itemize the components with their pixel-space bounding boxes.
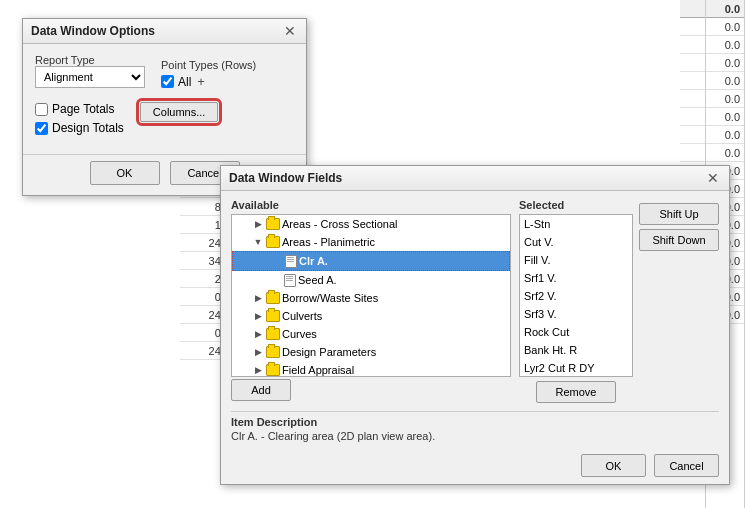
tree-text-curves: Curves xyxy=(282,326,317,342)
folder-icon-areas-cross xyxy=(266,218,280,230)
tree-item-clr-a[interactable]: Clr A. xyxy=(232,251,510,271)
sel-item-bankht[interactable]: Bank Ht. R xyxy=(520,341,632,359)
toggle-curves[interactable]: ▶ xyxy=(252,328,264,340)
dwo-middle-row: Page Totals Design Totals Columns... xyxy=(35,102,294,140)
shift-up-button[interactable]: Shift Up xyxy=(639,203,719,225)
selected-col: Selected L-Stn Cut V. Fill V. Srf1 V. Sr… xyxy=(519,199,633,403)
item-desc-label: Item Description xyxy=(231,416,719,428)
report-type-label: Report Type xyxy=(35,54,145,66)
dwo-ok-button[interactable]: OK xyxy=(90,161,160,185)
folder-icon-culverts xyxy=(266,310,280,322)
dwf-main: Available ▶ Areas - Cross Sectional ▼ xyxy=(231,199,719,403)
shift-down-button[interactable]: Shift Down xyxy=(639,229,719,251)
point-types-section: Point Types (Rows) All + xyxy=(161,59,256,89)
sel-item-srf3v[interactable]: Srf3 V. xyxy=(520,305,632,323)
tree-item-seed-a[interactable]: Seed A. xyxy=(232,271,510,289)
tree-text-areas-plan: Areas - Planimetric xyxy=(282,234,375,250)
sel-item-cutv[interactable]: Cut V. xyxy=(520,233,632,251)
dwo-title: Data Window Options xyxy=(31,24,155,38)
tree-container[interactable]: ▶ Areas - Cross Sectional ▼ Areas - Plan… xyxy=(231,214,511,377)
folder-icon-field-appraisal xyxy=(266,364,280,376)
sel-item-srf2v[interactable]: Srf2 V. xyxy=(520,287,632,305)
add-button[interactable]: Add xyxy=(231,379,291,401)
dwo-report-row: Report Type Alignment Point Types (Rows)… xyxy=(35,54,294,94)
toggle-seed-a xyxy=(268,274,280,286)
tree-item-borrow[interactable]: ▶ Borrow/Waste Sites xyxy=(232,289,510,307)
design-totals-row: Design Totals xyxy=(35,121,124,135)
tree-item-areas-cross[interactable]: ▶ Areas - Cross Sectional xyxy=(232,215,510,233)
dwf-footer: OK Cancel xyxy=(231,450,719,477)
dwf-ok-button[interactable]: OK xyxy=(581,454,646,477)
selected-label: Selected xyxy=(519,199,633,211)
sel-item-srf1v[interactable]: Srf1 V. xyxy=(520,269,632,287)
folder-icon-curves xyxy=(266,328,280,340)
sel-item-lyr2[interactable]: Lyr2 Cut R DY xyxy=(520,359,632,377)
tree-text-seed-a: Seed A. xyxy=(298,272,337,288)
dwf-title: Data Window Fields xyxy=(229,171,342,185)
bg-header: 0.0 xyxy=(680,0,744,18)
sel-item-rockcut[interactable]: Rock Cut xyxy=(520,323,632,341)
add-btn-row: Add xyxy=(231,377,511,403)
toggle-culverts[interactable]: ▶ xyxy=(252,310,264,322)
tree-item-areas-plan[interactable]: ▼ Areas - Planimetric xyxy=(232,233,510,251)
columns-button[interactable]: Columns... xyxy=(140,102,219,122)
dwf-close-button[interactable]: ✕ xyxy=(705,170,721,186)
tree-item-design-params[interactable]: ▶ Design Parameters xyxy=(232,343,510,361)
dwo-titlebar: Data Window Options ✕ xyxy=(23,19,306,44)
pt-plus-button[interactable]: + xyxy=(195,74,207,89)
toggle-design-params[interactable]: ▶ xyxy=(252,346,264,358)
folder-icon-borrow xyxy=(266,292,280,304)
tree-text-field-appraisal: Field Appraisal xyxy=(282,362,354,377)
remove-btn-row: Remove xyxy=(519,381,633,403)
selected-inner: Selected L-Stn Cut V. Fill V. Srf1 V. Sr… xyxy=(519,199,719,403)
available-panel: Available ▶ Areas - Cross Sectional ▼ xyxy=(231,199,511,403)
folder-icon-design-params xyxy=(266,346,280,358)
report-type-select[interactable]: Alignment xyxy=(35,66,145,88)
checkboxes-col: Page Totals Design Totals xyxy=(35,102,124,140)
doc-icon-seed-a xyxy=(284,274,296,287)
item-description-section: Item Description Clr A. - Clearing area … xyxy=(231,411,719,442)
remove-button[interactable]: Remove xyxy=(536,381,616,403)
point-types-row: All + xyxy=(161,74,256,89)
tree-item-curves[interactable]: ▶ Curves xyxy=(232,325,510,343)
selected-area: Selected L-Stn Cut V. Fill V. Srf1 V. Sr… xyxy=(519,199,719,403)
point-types-label: Point Types (Rows) xyxy=(161,59,256,71)
toggle-field-appraisal[interactable]: ▶ xyxy=(252,364,264,376)
shift-buttons: Shift Up Shift Down xyxy=(639,199,719,403)
toggle-borrow[interactable]: ▶ xyxy=(252,292,264,304)
tree-text-areas-cross: Areas - Cross Sectional xyxy=(282,216,398,232)
item-desc-text: Clr A. - Clearing area (2D plan view are… xyxy=(231,430,719,442)
tree-item-field-appraisal[interactable]: ▶ Field Appraisal xyxy=(232,361,510,377)
page-totals-checkbox[interactable] xyxy=(35,103,48,116)
sel-item-fillv[interactable]: Fill V. xyxy=(520,251,632,269)
all-label: All xyxy=(178,75,191,89)
doc-icon-clr-a xyxy=(285,255,297,268)
report-type-section: Report Type Alignment xyxy=(35,54,145,88)
dwo-close-button[interactable]: ✕ xyxy=(282,23,298,39)
dwo-body: Report Type Alignment Point Types (Rows)… xyxy=(23,44,306,150)
page-totals-row: Page Totals xyxy=(35,102,124,116)
dwf-cancel-button[interactable]: Cancel xyxy=(654,454,719,477)
tree-text-culverts: Culverts xyxy=(282,308,322,324)
dwf-body: Available ▶ Areas - Cross Sectional ▼ xyxy=(221,191,729,485)
toggle-clr-a xyxy=(269,255,281,267)
dwf-dialog: Data Window Fields ✕ Available ▶ Areas -… xyxy=(220,165,730,485)
all-checkbox[interactable] xyxy=(161,75,174,88)
tree-text-borrow: Borrow/Waste Sites xyxy=(282,290,378,306)
tree-text-design-params: Design Parameters xyxy=(282,344,376,360)
tree-item-culverts[interactable]: ▶ Culverts xyxy=(232,307,510,325)
tree-text-clr-a: Clr A. xyxy=(299,253,328,269)
folder-icon-areas-plan xyxy=(266,236,280,248)
selected-list[interactable]: L-Stn Cut V. Fill V. Srf1 V. Srf2 V. Srf… xyxy=(519,214,633,377)
page-totals-label: Page Totals xyxy=(52,102,115,116)
design-totals-label: Design Totals xyxy=(52,121,124,135)
dwf-titlebar: Data Window Fields ✕ xyxy=(221,166,729,191)
design-totals-checkbox[interactable] xyxy=(35,122,48,135)
sel-item-lstn[interactable]: L-Stn xyxy=(520,215,632,233)
toggle-areas-plan[interactable]: ▼ xyxy=(252,236,264,248)
available-label: Available xyxy=(231,199,511,211)
toggle-areas-cross[interactable]: ▶ xyxy=(252,218,264,230)
